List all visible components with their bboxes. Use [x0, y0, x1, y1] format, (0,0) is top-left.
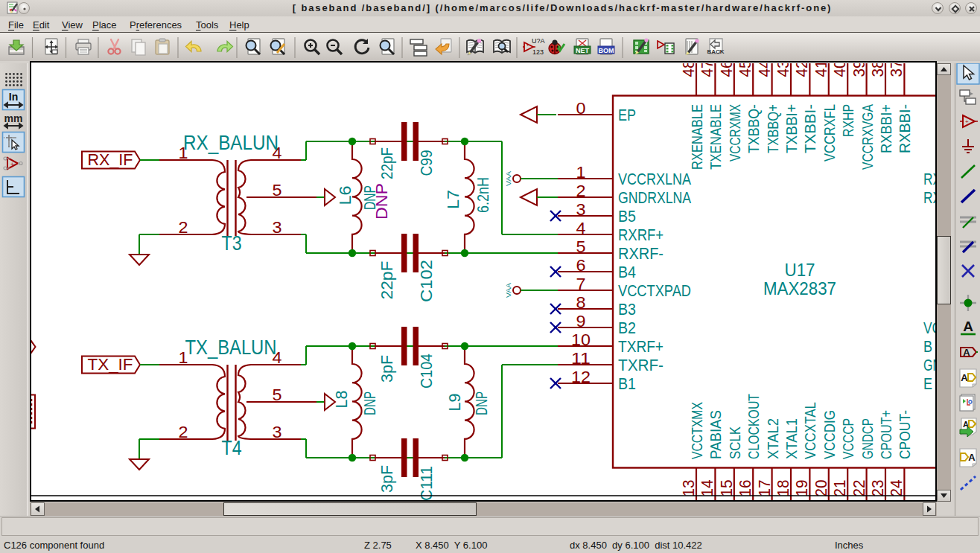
svg-text:RX_BALUN: RX_BALUN: [183, 132, 279, 154]
svg-text:RXRF-: RXRF-: [618, 244, 664, 263]
svg-text:RXRF+: RXRF+: [618, 226, 664, 244]
svg-text:A: A: [961, 372, 968, 383]
svg-text:RX: RX: [923, 170, 935, 188]
svg-text:TXBBI-: TXBBI-: [802, 104, 818, 153]
svg-text:46: 46: [717, 63, 736, 77]
svg-text:1: 1: [576, 163, 586, 182]
svg-text:VCCDIG: VCCDIG: [821, 410, 838, 459]
svg-text:38: 38: [868, 63, 887, 77]
svg-text:40: 40: [830, 63, 849, 77]
svg-text:EP: EP: [618, 106, 636, 124]
svg-text:VC: VC: [923, 319, 935, 337]
svg-text:A: A: [963, 319, 973, 334]
svg-text:6.2nH: 6.2nH: [474, 177, 492, 213]
svg-text:13: 13: [679, 480, 698, 497]
svg-text:10: 10: [571, 330, 591, 349]
svg-text:BOM: BOM: [599, 47, 614, 54]
svg-text:T4: T4: [222, 437, 242, 459]
svg-text:VCCCP: VCCCP: [840, 418, 856, 459]
svg-text:47: 47: [698, 63, 716, 77]
svg-text:L8: L8: [332, 391, 351, 409]
svg-text:5: 5: [273, 386, 282, 404]
svg-text:TXBBQ+: TXBBQ+: [765, 104, 781, 153]
svg-text:TXBBI+: TXBBI+: [783, 104, 800, 153]
svg-text:15: 15: [717, 480, 736, 497]
svg-text:22: 22: [850, 480, 868, 497]
svg-text:3: 3: [273, 218, 282, 237]
svg-text:TXENABLE: TXENABLE: [707, 104, 724, 170]
svg-text:43: 43: [774, 63, 792, 77]
svg-text:TX_BALUN: TX_BALUN: [185, 336, 277, 359]
svg-text:VCCTXMX: VCCTXMX: [689, 402, 705, 459]
svg-text:VAA: VAA: [505, 171, 512, 186]
svg-text:RXBBI+: RXBBI+: [878, 104, 894, 153]
svg-text:2: 2: [576, 182, 586, 200]
svg-text:A: A: [963, 347, 970, 358]
svg-text:In: In: [9, 91, 18, 103]
svg-text:TXBBQ-: TXBBQ-: [745, 104, 762, 153]
svg-text:CPOUT+: CPOUT+: [878, 410, 894, 459]
svg-text:44: 44: [755, 63, 774, 77]
svg-text:23: 23: [868, 480, 887, 497]
svg-text:39: 39: [850, 63, 868, 77]
svg-text:VCCRXMX: VCCRXMX: [727, 104, 743, 162]
svg-text:T3: T3: [222, 232, 242, 255]
svg-text:U17: U17: [785, 260, 815, 280]
svg-text:3pF: 3pF: [378, 465, 396, 493]
svg-text:VCCRXVGA: VCCRXVGA: [859, 103, 876, 170]
svg-text:+: +: [526, 42, 529, 47]
svg-text:RX: RX: [923, 188, 935, 207]
svg-text:XTAL1: XTAL1: [783, 418, 800, 459]
svg-text:12: 12: [571, 368, 591, 386]
svg-text:L9: L9: [445, 394, 464, 412]
svg-text:21: 21: [830, 480, 849, 497]
svg-text:L6: L6: [336, 186, 354, 205]
svg-text:RXENABLE: RXENABLE: [689, 104, 705, 170]
svg-text:GNDRXLNA: GNDRXLNA: [618, 188, 691, 207]
svg-text:24: 24: [887, 480, 906, 497]
svg-text:8: 8: [576, 293, 586, 312]
svg-text:VCCTXPAD: VCCTXPAD: [618, 281, 691, 300]
svg-text:E: E: [923, 374, 932, 393]
svg-text:VAA: VAA: [505, 283, 512, 298]
svg-text:2: 2: [179, 423, 188, 441]
svg-text:DNP: DNP: [472, 391, 491, 415]
svg-text:3pF: 3pF: [378, 355, 396, 383]
svg-text:MAX2837: MAX2837: [763, 278, 836, 298]
svg-text:DNP: DNP: [360, 391, 379, 415]
svg-text:TX_IF: TX_IF: [88, 355, 133, 374]
svg-text:XTAL2: XTAL2: [765, 418, 781, 459]
svg-text:16: 16: [736, 479, 754, 496]
svg-text:B1: B1: [618, 374, 636, 393]
svg-text:18: 18: [774, 480, 792, 497]
svg-text:11: 11: [571, 349, 591, 368]
svg-text:B4: B4: [618, 263, 636, 281]
svg-text:22pF: 22pF: [378, 261, 396, 300]
svg-text:14: 14: [698, 480, 716, 497]
svg-text:A: A: [968, 452, 976, 463]
svg-text:123: 123: [532, 48, 544, 56]
svg-text:17: 17: [755, 480, 774, 497]
svg-text:C102: C102: [417, 260, 436, 302]
svg-text:37: 37: [887, 63, 906, 77]
svg-text:20: 20: [812, 480, 830, 497]
svg-text:6: 6: [576, 256, 586, 275]
svg-text:VCCRXFL: VCCRXFL: [821, 104, 838, 162]
svg-text:DNP: DNP: [372, 183, 391, 220]
svg-text:RX_IF: RX_IF: [88, 150, 133, 169]
svg-text:L7: L7: [444, 190, 462, 209]
svg-text:C99: C99: [417, 150, 436, 176]
svg-text:VCCXTAL: VCCXTAL: [802, 402, 818, 459]
svg-text:48: 48: [679, 63, 698, 77]
svg-text:CLOCKOUT: CLOCKOUT: [745, 394, 762, 459]
svg-text:U?A: U?A: [532, 37, 545, 45]
svg-text:7: 7: [576, 275, 586, 293]
svg-text:GN: GN: [923, 356, 935, 374]
svg-text:NET: NET: [576, 47, 590, 54]
svg-text:5: 5: [273, 181, 282, 199]
svg-text:SCLK: SCLK: [727, 426, 743, 459]
svg-text:22pF: 22pF: [378, 147, 396, 179]
svg-text:3: 3: [273, 423, 282, 441]
svg-text:B3: B3: [618, 300, 636, 319]
svg-text:B2: B2: [618, 319, 636, 337]
